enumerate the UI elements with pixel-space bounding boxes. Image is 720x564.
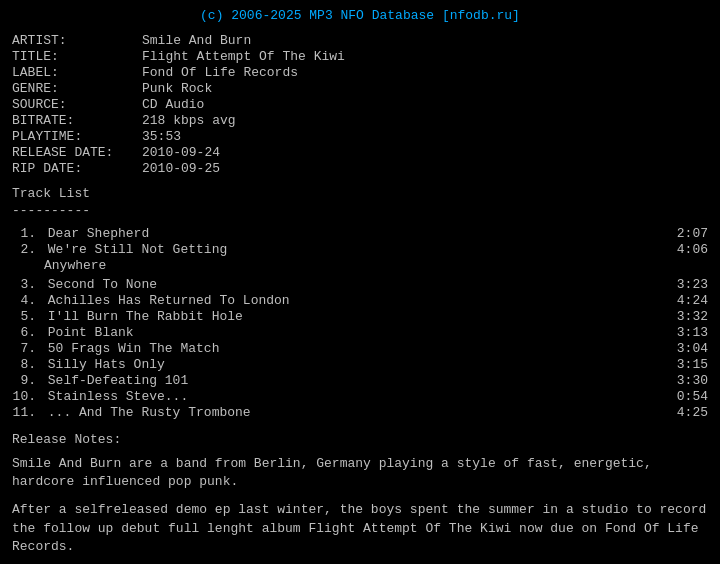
title-label: TITLE: bbox=[12, 49, 142, 64]
artist-label: ARTIST: bbox=[12, 33, 142, 48]
playtime-value: 35:53 bbox=[142, 129, 181, 144]
track-name: Stainless Steve... bbox=[40, 389, 668, 404]
release-date-row: RELEASE DATE: 2010-09-24 bbox=[12, 145, 708, 160]
track-num: 6. bbox=[12, 325, 40, 340]
track-time: 3:04 bbox=[668, 341, 708, 356]
playtime-row: PLAYTIME: 35:53 bbox=[12, 129, 708, 144]
track-time: 4:25 bbox=[668, 405, 708, 420]
release-notes-section: Release Notes: Smile And Burn are a band… bbox=[12, 432, 708, 564]
track-name: 50 Frags Win The Match bbox=[40, 341, 668, 356]
track-num: 8. bbox=[12, 357, 40, 372]
track-continuation: Anywhere bbox=[12, 258, 708, 273]
source-label: SOURCE: bbox=[12, 97, 142, 112]
track-num: 1. bbox=[12, 226, 40, 241]
track-time: 0:54 bbox=[668, 389, 708, 404]
track-name: Self-Defeating 101 bbox=[40, 373, 668, 388]
track-row: 5. I'll Burn The Rabbit Hole 3:32 bbox=[12, 309, 708, 324]
track-name: Point Blank bbox=[40, 325, 668, 340]
label-label: LABEL: bbox=[12, 65, 142, 80]
rip-date-label: RIP DATE: bbox=[12, 161, 142, 176]
rip-date-value: 2010-09-25 bbox=[142, 161, 220, 176]
track-row: 3. Second To None 3:23 bbox=[12, 277, 708, 292]
track-time: 2:07 bbox=[668, 226, 708, 241]
track-name: Silly Hats Only bbox=[40, 357, 668, 372]
artist-row: ARTIST: Smile And Burn bbox=[12, 33, 708, 48]
track-row: 11. ... And The Rusty Trombone 4:25 bbox=[12, 405, 708, 420]
source-value: CD Audio bbox=[142, 97, 204, 112]
release-date-label: RELEASE DATE: bbox=[12, 145, 142, 160]
track-row: 4. Achilles Has Returned To London 4:24 bbox=[12, 293, 708, 308]
title-value: Flight Attempt Of The Kiwi bbox=[142, 49, 345, 64]
track-time: 3:13 bbox=[668, 325, 708, 340]
track-time: 4:06 bbox=[668, 242, 708, 257]
track-row: 1. Dear Shepherd 2:07 bbox=[12, 226, 708, 241]
bitrate-value: 218 kbps avg bbox=[142, 113, 236, 128]
track-row: 9. Self-Defeating 101 3:30 bbox=[12, 373, 708, 388]
track-list-divider: ---------- bbox=[12, 203, 708, 218]
header-copyright: (c) 2006-2025 MP3 NFO Database [nfodb.ru… bbox=[12, 8, 708, 23]
track-name: ... And The Rusty Trombone bbox=[40, 405, 668, 420]
genre-label: GENRE: bbox=[12, 81, 142, 96]
track-num: 9. bbox=[12, 373, 40, 388]
track-num: 10. bbox=[12, 389, 40, 404]
track-num: 3. bbox=[12, 277, 40, 292]
genre-row: GENRE: Punk Rock bbox=[12, 81, 708, 96]
release-notes-label: Release Notes: bbox=[12, 432, 708, 447]
track-num: 7. bbox=[12, 341, 40, 356]
release-notes-paragraph-2: After a selfreleased demo ep last winter… bbox=[12, 501, 708, 556]
track-name: I'll Burn The Rabbit Hole bbox=[40, 309, 668, 324]
track-row: 6. Point Blank 3:13 bbox=[12, 325, 708, 340]
track-list-title: Track List bbox=[12, 186, 708, 201]
label-row: LABEL: Fond Of Life Records bbox=[12, 65, 708, 80]
track-name: Dear Shepherd bbox=[40, 226, 668, 241]
track-time: 3:30 bbox=[668, 373, 708, 388]
release-notes-paragraph-1: Smile And Burn are a band from Berlin, G… bbox=[12, 455, 708, 491]
track-time: 3:23 bbox=[668, 277, 708, 292]
track-name: We're Still Not Getting bbox=[40, 242, 668, 257]
label-value: Fond Of Life Records bbox=[142, 65, 298, 80]
track-row: 8. Silly Hats Only 3:15 bbox=[12, 357, 708, 372]
track-num: 5. bbox=[12, 309, 40, 324]
bitrate-label: BITRATE: bbox=[12, 113, 142, 128]
metadata-section: ARTIST: Smile And Burn TITLE: Flight Att… bbox=[12, 33, 708, 176]
track-name: Achilles Has Returned To London bbox=[40, 293, 668, 308]
title-row: TITLE: Flight Attempt Of The Kiwi bbox=[12, 49, 708, 64]
release-date-value: 2010-09-24 bbox=[142, 145, 220, 160]
track-time: 3:32 bbox=[668, 309, 708, 324]
track-num: 2. bbox=[12, 242, 40, 257]
genre-value: Punk Rock bbox=[142, 81, 212, 96]
track-list-section: Track List ---------- 1. Dear Shepherd 2… bbox=[12, 186, 708, 420]
playtime-label: PLAYTIME: bbox=[12, 129, 142, 144]
track-name: Second To None bbox=[40, 277, 668, 292]
track-num: 4. bbox=[12, 293, 40, 308]
track-row: 2. We're Still Not Getting 4:06 bbox=[12, 242, 708, 257]
track-time: 4:24 bbox=[668, 293, 708, 308]
track-time: 3:15 bbox=[668, 357, 708, 372]
track-num: 11. bbox=[12, 405, 40, 420]
rip-date-row: RIP DATE: 2010-09-25 bbox=[12, 161, 708, 176]
artist-value: Smile And Burn bbox=[142, 33, 251, 48]
track-row: 10. Stainless Steve... 0:54 bbox=[12, 389, 708, 404]
source-row: SOURCE: CD Audio bbox=[12, 97, 708, 112]
bitrate-row: BITRATE: 218 kbps avg bbox=[12, 113, 708, 128]
track-row: 7. 50 Frags Win The Match 3:04 bbox=[12, 341, 708, 356]
